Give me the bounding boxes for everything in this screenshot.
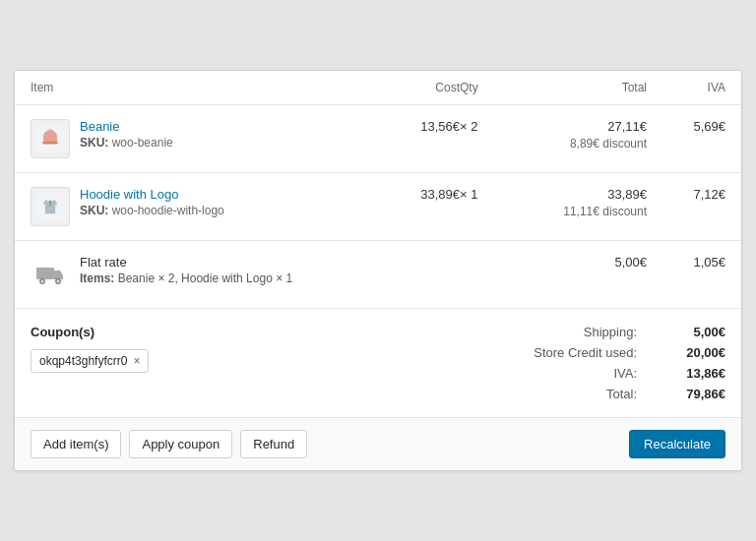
table-row: Beanie SKU: woo-beanie 13,56€ × 2 27,11€… xyxy=(15,105,741,173)
item-name-block-hoodie: Hoodie with Logo SKU: woo-hoodie-with-lo… xyxy=(80,187,224,217)
item-thumbnail-hoodie xyxy=(31,187,70,226)
col-total-header: Total xyxy=(519,81,647,94)
beanie-link[interactable]: Beanie xyxy=(80,119,119,134)
hoodie-total: 33,89€ 11,11€ discount xyxy=(519,187,647,218)
col-item-header: Item xyxy=(31,81,371,94)
refund-button[interactable]: Refund xyxy=(240,430,307,458)
store-credit-value: 20,00€ xyxy=(657,345,725,360)
bottom-section: Coupon(s) okqp4t3ghfyfcrr0 × Shipping: 5… xyxy=(15,309,741,418)
svg-point-8 xyxy=(57,280,60,283)
iva-total-label: IVA: xyxy=(509,366,637,381)
iva-total-value: 13,86€ xyxy=(657,366,725,381)
coupons-title: Coupon(s) xyxy=(31,325,368,339)
col-cost-header: Cost xyxy=(371,81,460,94)
footer-bar: Add item(s) Apply coupon Refund Recalcul… xyxy=(15,418,741,470)
totals-column: Shipping: 5,00€ Store Credit used: 20,00… xyxy=(388,325,725,401)
hoodie-qty: × 1 xyxy=(460,187,519,202)
item-info-hoodie: Hoodie with Logo SKU: woo-hoodie-with-lo… xyxy=(31,187,371,226)
beanie-qty: × 2 xyxy=(460,119,519,134)
recalculate-button[interactable]: Recalculate xyxy=(629,430,725,458)
shipping-label-block: Flat rate Items: Beanie × 2, Hoodie with… xyxy=(80,255,292,285)
hoodie-link[interactable]: Hoodie with Logo xyxy=(80,187,178,202)
hoodie-sku: SKU: woo-hoodie-with-logo xyxy=(80,204,224,217)
coupon-remove-button[interactable]: × xyxy=(133,355,140,367)
grand-total-label: Total: xyxy=(509,387,637,401)
table-row: Hoodie with Logo SKU: woo-hoodie-with-lo… xyxy=(15,173,741,241)
shipping-info: Flat rate Items: Beanie × 2, Hoodie with… xyxy=(31,255,371,294)
beanie-discount: 8,89€ discount xyxy=(570,137,647,150)
beanie-iva: 5,69€ xyxy=(647,119,725,134)
shipping-iva: 1,05€ xyxy=(647,255,725,270)
beanie-total: 27,11€ 8,89€ discount xyxy=(519,119,647,150)
footer-left-buttons: Add item(s) Apply coupon Refund xyxy=(31,430,307,458)
grand-total-value: 79,86€ xyxy=(657,387,725,401)
svg-rect-1 xyxy=(42,142,57,145)
coupon-tag: okqp4t3ghfyfcrr0 × xyxy=(31,349,149,373)
svg-point-3 xyxy=(49,201,52,204)
coupon-column: Coupon(s) okqp4t3ghfyfcrr0 × xyxy=(31,325,368,401)
item-name-block-beanie: Beanie SKU: woo-beanie xyxy=(80,119,173,150)
totals-grand-row: Total: 79,86€ xyxy=(388,387,725,401)
beanie-sku: SKU: woo-beanie xyxy=(80,136,173,150)
add-items-button[interactable]: Add item(s) xyxy=(31,430,121,458)
totals-shipping-row: Shipping: 5,00€ xyxy=(388,325,725,339)
apply-coupon-button[interactable]: Apply coupon xyxy=(129,430,232,458)
shipping-row: Flat rate Items: Beanie × 2, Hoodie with… xyxy=(15,241,741,309)
shipping-total-value: 5,00€ xyxy=(657,325,725,339)
svg-rect-4 xyxy=(36,268,54,279)
store-credit-label: Store Credit used: xyxy=(509,345,637,360)
col-iva-header: IVA xyxy=(647,81,725,94)
shipping-items-text: Items: Beanie × 2, Hoodie with Logo × 1 xyxy=(80,271,292,285)
hoodie-iva: 7,12€ xyxy=(647,187,725,202)
item-thumbnail-beanie xyxy=(31,119,70,158)
hoodie-discount: 11,11€ discount xyxy=(563,205,647,218)
table-header: Item Cost Qty Total IVA xyxy=(15,71,741,105)
item-info-beanie: Beanie SKU: woo-beanie xyxy=(31,119,371,158)
hoodie-cost: 33,89€ xyxy=(371,187,460,202)
totals-iva-row: IVA: 13,86€ xyxy=(388,366,725,381)
shipping-method-label: Flat rate xyxy=(80,255,292,270)
shipping-total: 5,00€ xyxy=(519,255,647,270)
totals-storecredit-row: Store Credit used: 20,00€ xyxy=(388,345,725,360)
svg-point-6 xyxy=(41,280,44,283)
order-panel: Item Cost Qty Total IVA Beanie SKU: xyxy=(14,70,742,471)
coupon-code: okqp4t3ghfyfcrr0 xyxy=(39,354,127,368)
shipping-icon xyxy=(31,255,70,294)
shipping-total-label: Shipping: xyxy=(509,325,637,339)
beanie-cost: 13,56€ xyxy=(371,119,460,134)
col-qty-header: Qty xyxy=(460,81,519,94)
